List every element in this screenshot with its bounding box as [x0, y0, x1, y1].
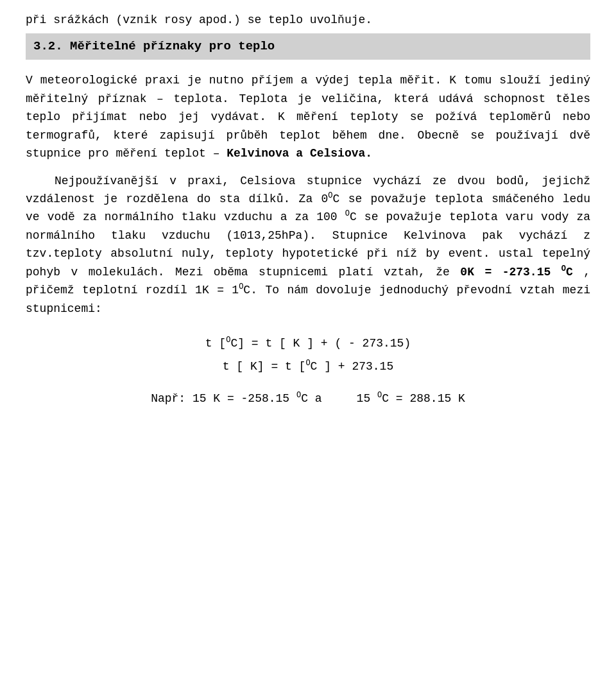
- page-content: při srážkách (vznik rosy apod.) se teplo…: [0, 0, 616, 697]
- intro-paragraph: při srážkách (vznik rosy apod.) se teplo…: [26, 13, 372, 26]
- paragraph-2: Nejpoužívanější v praxi, Celsiova stupni…: [26, 172, 590, 318]
- section-heading: 3.2. Měřitelné příznaky pro teplo: [26, 33, 590, 60]
- example-line: Např: 15 K = -258.15 OC a 15 OC = 288.15…: [26, 390, 590, 408]
- formula-block: t [OC] = t [ K ] + ( - 273.15) t [ K] = …: [26, 332, 590, 378]
- formula-line-2: t [ K] = t [OC ] + 273.15: [26, 355, 590, 378]
- formula-line-1: t [OC] = t [ K ] + ( - 273.15): [26, 332, 590, 355]
- paragraph-1: V meteorologické praxi je nutno příjem a…: [26, 71, 590, 162]
- intro-text: při srážkách (vznik rosy apod.) se teplo…: [26, 12, 590, 30]
